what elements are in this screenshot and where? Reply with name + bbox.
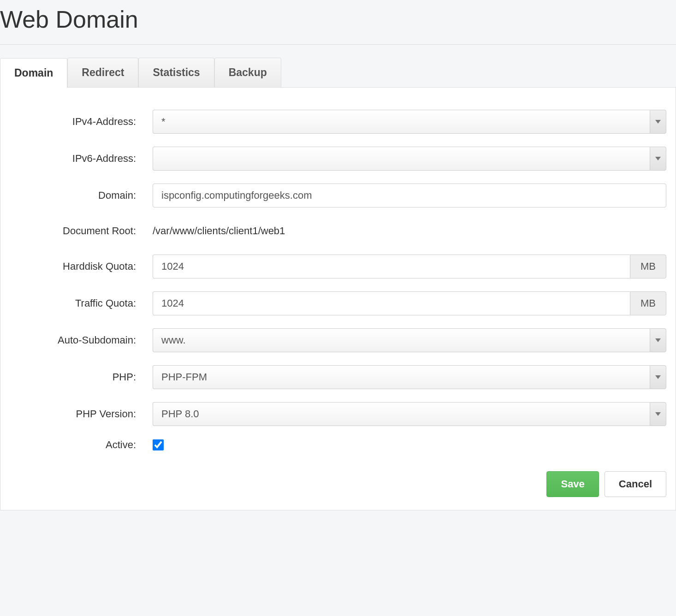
traffic-quota-unit: MB bbox=[630, 291, 666, 315]
php-version-select[interactable]: PHP 8.0 bbox=[153, 402, 650, 426]
ipv4-caret-icon[interactable] bbox=[650, 110, 666, 134]
php-version-caret-icon[interactable] bbox=[650, 402, 666, 426]
ipv6-caret-icon[interactable] bbox=[650, 147, 666, 171]
ipv4-select[interactable]: * bbox=[153, 110, 650, 134]
hd-quota-input[interactable] bbox=[153, 255, 630, 278]
cancel-button[interactable]: Cancel bbox=[605, 471, 666, 497]
active-label: Active: bbox=[0, 439, 153, 451]
active-checkbox[interactable] bbox=[153, 439, 164, 450]
traffic-quota-label: Traffic Quota: bbox=[0, 297, 153, 309]
tab-domain[interactable]: Domain bbox=[0, 58, 67, 88]
ipv6-select[interactable] bbox=[153, 147, 650, 171]
domain-label: Domain: bbox=[0, 190, 153, 201]
tabs-bar: Domain Redirect Statistics Backup bbox=[0, 58, 676, 88]
tab-redirect[interactable]: Redirect bbox=[67, 58, 138, 87]
form-panel: IPv4-Address: * IPv6-Address: bbox=[0, 88, 676, 510]
tab-backup[interactable]: Backup bbox=[214, 58, 281, 87]
hd-quota-label: Harddisk Quota: bbox=[0, 261, 153, 272]
auto-subdomain-caret-icon[interactable] bbox=[650, 328, 666, 352]
tab-statistics[interactable]: Statistics bbox=[138, 58, 214, 87]
php-label: PHP: bbox=[0, 371, 153, 383]
auto-subdomain-label: Auto-Subdomain: bbox=[0, 334, 153, 346]
ipv6-label: IPv6-Address: bbox=[0, 153, 153, 165]
php-select[interactable]: PHP-FPM bbox=[153, 365, 650, 389]
php-caret-icon[interactable] bbox=[650, 365, 666, 389]
php-version-label: PHP Version: bbox=[0, 408, 153, 420]
ipv4-label: IPv4-Address: bbox=[0, 116, 153, 128]
save-button[interactable]: Save bbox=[546, 471, 599, 497]
hd-quota-unit: MB bbox=[630, 255, 666, 278]
domain-input[interactable] bbox=[153, 184, 666, 207]
docroot-value: /var/www/clients/client1/web1 bbox=[153, 220, 285, 242]
auto-subdomain-select[interactable]: www. bbox=[153, 328, 650, 352]
page-title: Web Domain bbox=[0, 0, 676, 45]
docroot-label: Document Root: bbox=[0, 225, 153, 237]
traffic-quota-input[interactable] bbox=[153, 291, 630, 315]
